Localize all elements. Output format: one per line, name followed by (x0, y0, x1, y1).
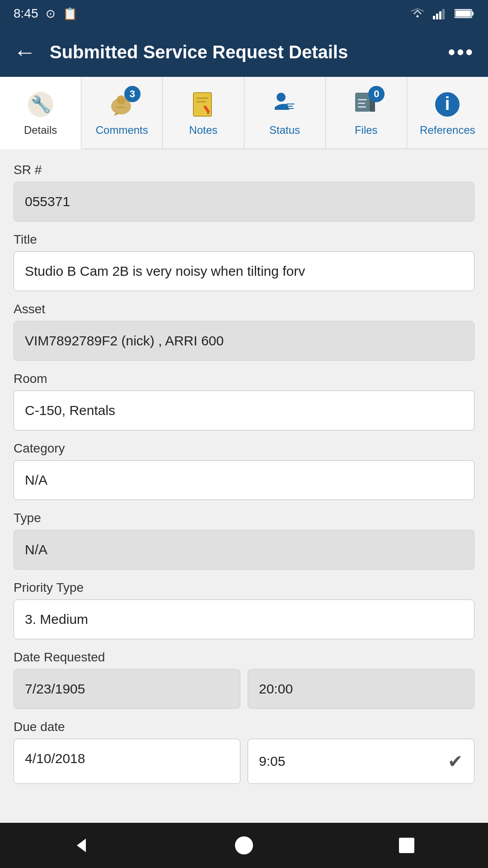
status-bar-right (409, 8, 474, 19)
svg-rect-13 (196, 97, 209, 99)
due-date-row: 4/10/2018 9:05 ✔ (14, 739, 474, 784)
svg-marker-29 (77, 839, 86, 852)
tab-files-label: Files (355, 124, 378, 137)
wifi-icon (409, 8, 426, 19)
date-requested-row: 7/23/1905 20:00 (14, 669, 474, 709)
header: ← Submitted Service Request Details ••• (0, 27, 488, 77)
nav-home-button[interactable] (230, 832, 258, 859)
room-label: Room (14, 372, 474, 386)
more-options-button[interactable]: ••• (448, 41, 474, 63)
notification-icon: ⊙ (46, 7, 56, 21)
tab-comments[interactable]: 3 Comments (81, 77, 163, 148)
priority-field-group: Priority Type 3. Medium (14, 580, 474, 639)
tab-comments-label: Comments (96, 124, 148, 137)
references-icon: i (432, 89, 463, 120)
tab-references[interactable]: i References (407, 77, 488, 148)
battery-icon (455, 8, 474, 19)
type-label: Type (14, 511, 474, 525)
sr-input[interactable]: 055371 (14, 182, 474, 222)
title-label: Title (14, 232, 474, 247)
svg-rect-31 (399, 838, 414, 853)
svg-rect-6 (455, 10, 471, 17)
title-input[interactable]: Studio B Cam 2B is very noisy when tilti… (14, 251, 474, 291)
svg-rect-18 (286, 104, 295, 104)
sr-field-group: SR # 055371 (14, 163, 474, 222)
svg-rect-21 (355, 93, 370, 112)
tab-details-label: Details (24, 124, 57, 137)
asset-label: Asset (14, 302, 474, 316)
category-field-group: Category N/A (14, 441, 474, 500)
date-requested-field-group: Date Requested 7/23/1905 20:00 (14, 650, 474, 709)
svg-rect-2 (439, 11, 441, 19)
sr-label: SR # (14, 163, 474, 177)
tab-status-label: Status (269, 124, 300, 137)
due-date-date-input[interactable]: 4/10/2018 (14, 739, 240, 784)
status-bar: 8:45 ⊙ 📋 (0, 0, 488, 27)
priority-input[interactable]: 3. Medium (14, 599, 474, 639)
nav-back-button[interactable] (68, 832, 95, 859)
due-date-label: Due date (14, 720, 474, 734)
signal-icon (433, 8, 447, 19)
svg-rect-26 (358, 106, 366, 108)
tab-notes-label: Notes (189, 124, 218, 137)
svg-rect-3 (442, 9, 445, 19)
details-icon: 🔧 (25, 89, 56, 120)
svg-text:i: i (445, 94, 450, 113)
svg-point-17 (277, 93, 286, 102)
asset-field-group: Asset VIM7892789F2 (nick) , ARRI 600 (14, 302, 474, 361)
tab-bar: 🔧 Details 3 Comments (0, 77, 488, 149)
status-bar-left: 8:45 ⊙ 📋 (14, 6, 77, 21)
nav-recents-button[interactable] (393, 832, 420, 859)
clipboard-icon: 📋 (63, 7, 77, 21)
svg-rect-0 (433, 16, 435, 19)
date-requested-label: Date Requested (14, 650, 474, 665)
room-input[interactable]: C-150, Rentals (14, 391, 474, 430)
asset-input[interactable]: VIM7892789F2 (nick) , ARRI 600 (14, 321, 474, 361)
svg-rect-1 (436, 14, 438, 19)
category-label: Category (14, 441, 474, 456)
page-title: Submitted Service Request Details (50, 42, 435, 62)
svg-text:🔧: 🔧 (30, 94, 51, 114)
form-content: SR # 055371 Title Studio B Cam 2B is ver… (0, 149, 488, 863)
notes-icon (188, 89, 219, 120)
status-icon (269, 89, 300, 120)
checkmark-icon: ✔ (448, 751, 463, 772)
bottom-nav (0, 823, 488, 868)
time-display: 8:45 (14, 6, 38, 21)
priority-label: Priority Type (14, 580, 474, 595)
tab-references-label: References (420, 124, 475, 137)
svg-point-11 (117, 95, 126, 104)
files-badge: 0 (368, 86, 385, 102)
svg-point-30 (235, 836, 253, 854)
title-field-group: Title Studio B Cam 2B is very noisy when… (14, 232, 474, 291)
tab-files[interactable]: 0 Files (326, 77, 407, 148)
type-field-group: Type N/A (14, 511, 474, 570)
due-date-time-input[interactable]: 9:05 ✔ (248, 739, 474, 784)
files-icon: 0 (350, 89, 382, 120)
svg-rect-14 (196, 101, 206, 103)
svg-rect-24 (358, 99, 367, 100)
category-input[interactable]: N/A (14, 460, 474, 500)
date-requested-date-input[interactable]: 7/23/1905 (14, 669, 240, 709)
room-field-group: Room C-150, Rentals (14, 372, 474, 430)
tab-details[interactable]: 🔧 Details (0, 77, 81, 149)
svg-rect-25 (358, 103, 365, 104)
tab-status[interactable]: Status (244, 77, 326, 148)
due-date-field-group: Due date 4/10/2018 9:05 ✔ (14, 720, 474, 784)
type-input[interactable]: N/A (14, 530, 474, 570)
comments-icon: 3 (106, 89, 138, 120)
svg-rect-20 (286, 108, 294, 109)
back-button[interactable]: ← (14, 39, 36, 65)
date-requested-time-input[interactable]: 20:00 (248, 669, 474, 709)
tab-notes[interactable]: Notes (163, 77, 244, 148)
svg-rect-19 (286, 106, 293, 107)
comments-badge: 3 (124, 86, 141, 102)
svg-rect-5 (472, 12, 474, 15)
